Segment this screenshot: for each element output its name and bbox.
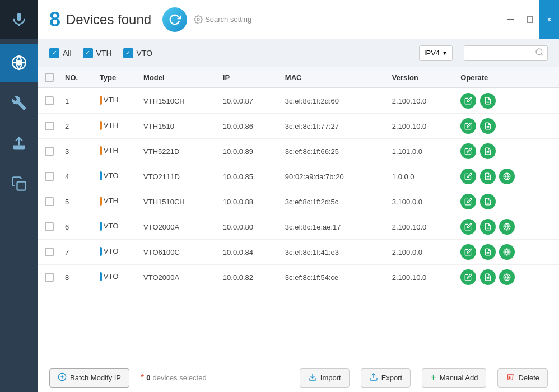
type-label: VTO xyxy=(104,272,119,281)
row-checkbox[interactable] xyxy=(45,147,54,156)
row-checkbox-cell[interactable] xyxy=(38,164,60,189)
row-type: VTO xyxy=(95,214,139,240)
col-model: Model xyxy=(139,67,218,88)
refresh-button[interactable] xyxy=(162,7,187,32)
row-ip: 10.0.0.87 xyxy=(218,88,281,114)
edit-button[interactable] xyxy=(460,118,476,134)
web-button[interactable] xyxy=(499,219,515,235)
row-no: 1 xyxy=(60,88,95,114)
col-checkbox[interactable] xyxy=(38,67,60,88)
import-icon xyxy=(308,372,317,383)
row-type: VTO xyxy=(95,164,139,189)
row-mac: 3c:ef:8c:1f:2d:60 xyxy=(281,88,388,114)
row-checkbox[interactable] xyxy=(45,96,54,105)
export-button[interactable]: Export xyxy=(361,368,411,388)
type-indicator xyxy=(100,96,102,105)
edit-button[interactable] xyxy=(460,219,476,235)
row-checkbox-cell[interactable] xyxy=(38,189,60,214)
row-checkbox-cell[interactable] xyxy=(38,240,60,265)
search-setting-btn[interactable]: Search setting xyxy=(194,15,251,24)
filter-all-label: All xyxy=(63,49,72,58)
minimize-button[interactable] xyxy=(500,0,520,39)
sidebar-item-copy[interactable] xyxy=(0,165,38,203)
titlebar: 8 Devices found Search setting xyxy=(38,0,559,39)
ip-type-select[interactable]: IPV4 ▼ xyxy=(419,45,453,61)
select-all-checkbox[interactable] xyxy=(45,73,54,82)
config-button[interactable] xyxy=(480,93,496,109)
row-checkbox-cell[interactable] xyxy=(38,139,60,164)
svg-rect-4 xyxy=(17,182,26,190)
row-model: VTH1510CH xyxy=(139,189,218,214)
filter-vto-checkbox[interactable]: ✓ xyxy=(123,48,133,58)
main-content: 8 Devices found Search setting xyxy=(38,0,559,392)
filter-vth-checkbox[interactable]: ✓ xyxy=(83,48,93,58)
row-checkbox-cell[interactable] xyxy=(38,114,60,139)
filter-bar: ✓ All ✓ VTH ✓ VTO IPV4 ▼ xyxy=(38,39,559,67)
sidebar-item-upload[interactable] xyxy=(0,124,38,162)
row-checkbox[interactable] xyxy=(45,197,54,206)
config-button[interactable] xyxy=(480,269,496,285)
batch-modify-ip-button[interactable]: Batch Modify IP xyxy=(49,368,129,388)
svg-point-5 xyxy=(197,18,199,21)
filter-vth-label: VTH xyxy=(96,49,112,58)
import-button[interactable]: Import xyxy=(300,368,350,388)
row-checkbox[interactable] xyxy=(45,172,54,181)
config-button[interactable] xyxy=(480,244,496,260)
sidebar-item-mic[interactable] xyxy=(0,1,38,39)
search-icon[interactable] xyxy=(535,48,544,59)
row-no: 6 xyxy=(60,214,95,240)
col-version: Version xyxy=(388,67,456,88)
manual-add-button[interactable]: + Manual Add xyxy=(422,368,486,388)
filter-all-checkbox[interactable]: ✓ xyxy=(49,48,59,58)
config-button[interactable] xyxy=(480,219,496,235)
row-ip: 10.0.0.89 xyxy=(218,139,281,164)
config-button[interactable] xyxy=(480,194,496,209)
sidebar-item-tools[interactable] xyxy=(0,84,38,122)
delete-button[interactable]: Delete xyxy=(497,368,548,388)
web-button[interactable] xyxy=(499,269,515,285)
web-button[interactable] xyxy=(499,244,515,260)
devices-count: 0 xyxy=(146,374,150,382)
row-checkbox[interactable] xyxy=(45,122,54,130)
row-checkbox-cell[interactable] xyxy=(38,214,60,240)
config-button[interactable] xyxy=(480,169,496,184)
edit-button[interactable] xyxy=(460,194,476,209)
config-button[interactable] xyxy=(480,143,496,159)
close-button[interactable] xyxy=(539,0,559,39)
row-ip: 10.0.0.88 xyxy=(218,189,281,214)
row-checkbox[interactable] xyxy=(45,222,54,231)
edit-button[interactable] xyxy=(460,143,476,159)
type-label: VTH xyxy=(104,121,118,129)
filter-vto[interactable]: ✓ VTO xyxy=(123,48,153,58)
row-checkbox-cell[interactable] xyxy=(38,265,60,290)
filter-vto-label: VTO xyxy=(137,49,153,58)
config-button[interactable] xyxy=(480,118,496,134)
sidebar-item-network[interactable] xyxy=(0,44,38,82)
row-checkbox[interactable] xyxy=(45,248,54,256)
search-input[interactable] xyxy=(468,49,535,57)
row-version: 1.101.0.0 xyxy=(388,139,456,164)
type-label: VTH xyxy=(104,146,118,155)
maximize-button[interactable] xyxy=(520,0,539,39)
web-button[interactable] xyxy=(499,169,515,184)
row-checkbox[interactable] xyxy=(45,273,54,282)
edit-button[interactable] xyxy=(460,93,476,109)
edit-button[interactable] xyxy=(460,269,476,285)
table-row: 3 VTH VTH5221D 10.0.0.89 3c:ef:8c:1f:66:… xyxy=(38,139,559,164)
row-mac: 3c:ef:8c:1f:77:27 xyxy=(281,114,388,139)
edit-button[interactable] xyxy=(460,244,476,260)
row-version: 2.100.10.0 xyxy=(388,214,456,240)
filter-vth[interactable]: ✓ VTH xyxy=(83,48,112,58)
row-no: 5 xyxy=(60,189,95,214)
row-ip: 10.0.0.80 xyxy=(218,214,281,240)
type-indicator xyxy=(100,247,102,256)
type-indicator xyxy=(100,146,102,155)
row-no: 7 xyxy=(60,240,95,265)
row-operate xyxy=(456,114,559,139)
row-mac: 3c:ef:8c:1f:2d:5c xyxy=(281,189,388,214)
type-indicator xyxy=(100,197,102,206)
svg-point-10 xyxy=(536,49,542,55)
row-checkbox-cell[interactable] xyxy=(38,88,60,114)
edit-button[interactable] xyxy=(460,169,476,184)
filter-all[interactable]: ✓ All xyxy=(49,48,72,58)
